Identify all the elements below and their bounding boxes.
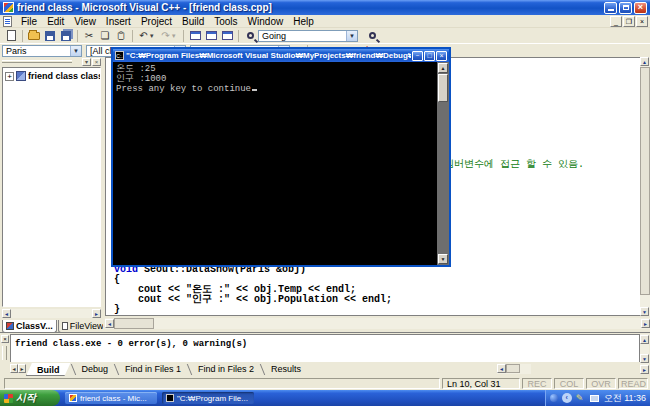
- redo-button[interactable]: ↷▼: [158, 29, 180, 43]
- find-combo[interactable]: Going ▼: [258, 30, 358, 42]
- open-button[interactable]: [26, 29, 42, 43]
- query-button[interactable]: [364, 29, 380, 43]
- output-hscroll-thumb[interactable]: [506, 364, 520, 373]
- chevron-down-icon[interactable]: ▼: [70, 46, 81, 56]
- output-hscrollbar[interactable]: ◄: [497, 364, 531, 374]
- indicator-read: READ: [618, 378, 648, 389]
- save-all-button[interactable]: [58, 29, 74, 43]
- tab-scroll-left-icon[interactable]: ◄: [10, 364, 18, 373]
- output-tabs: ◄ ► Build Debug Find in Files 1 Find in …: [10, 363, 307, 376]
- mdi-minimize-button[interactable]: _: [610, 16, 622, 27]
- close-button[interactable]: ×: [634, 2, 647, 14]
- vc-app-icon: [3, 2, 14, 13]
- taskbar-item-console-label: "C:₩Program File...: [177, 394, 248, 403]
- ime-indicator-icon[interactable]: [550, 394, 558, 402]
- menu-project[interactable]: Project: [136, 15, 177, 28]
- menu-file[interactable]: File: [16, 15, 42, 28]
- scroll-down-icon[interactable]: ▼: [438, 254, 448, 264]
- console-vscrollbar[interactable]: ▲ ▼: [437, 62, 449, 265]
- editor-vscrollbar[interactable]: ▲ ▼: [640, 57, 650, 316]
- status-message-panel: [4, 378, 440, 389]
- cut-button[interactable]: ✂: [81, 29, 97, 43]
- classview-tree[interactable]: + friend class classes: [2, 67, 101, 307]
- scroll-right-icon[interactable]: ►: [640, 365, 649, 374]
- tree-root-row[interactable]: + friend class classes: [5, 71, 100, 81]
- editor-hscrollbar[interactable]: ◄ ►: [105, 318, 650, 329]
- editor-hscroll-thumb[interactable]: [114, 318, 154, 329]
- ime-pen-icon[interactable]: ✎: [576, 393, 586, 403]
- console-close-button[interactable]: ×: [436, 51, 447, 61]
- scroll-left-icon[interactable]: ◄: [105, 319, 114, 328]
- taskbar: 시작 friend class - Mic... "C:₩Program Fil…: [0, 390, 650, 406]
- console-titlebar[interactable]: C:. "C:₩Program Files₩Microsoft Visual S…: [113, 49, 449, 62]
- mdi-restore-button[interactable]: ❐: [623, 16, 635, 27]
- menu-view[interactable]: View: [69, 15, 101, 28]
- console-line-2: 인구 :1000: [116, 74, 166, 84]
- undo-button[interactable]: ↶▼: [136, 29, 158, 43]
- system-tray: ‹ ✎ 오전 11:36: [545, 390, 650, 406]
- output-gripper[interactable]: [2, 346, 7, 360]
- panel-pin-button[interactable]: ▾: [82, 58, 91, 66]
- output-vscrollbar[interactable]: ▲ ▼ ►: [640, 334, 649, 374]
- undo-icon: ↶: [139, 30, 147, 42]
- menu-tools[interactable]: Tools: [209, 15, 242, 28]
- window-list-button[interactable]: [219, 29, 235, 43]
- chevron-down-icon[interactable]: ▼: [346, 31, 357, 41]
- class-combo[interactable]: Paris ▼: [2, 45, 82, 57]
- tab-build[interactable]: Build: [26, 363, 71, 376]
- scroll-down-icon[interactable]: ▼: [640, 307, 649, 316]
- scroll-right-icon[interactable]: ►: [92, 309, 101, 318]
- workspace-hscrollbar[interactable]: ◄ ►: [2, 309, 101, 318]
- scroll-up-icon[interactable]: ▲: [640, 57, 649, 66]
- desktop: friend class - Microsoft Visual C++ - [f…: [0, 0, 650, 406]
- main-titlebar[interactable]: friend class - Microsoft Visual C++ - [f…: [0, 0, 650, 15]
- tab-find-in-files-1[interactable]: Find in Files 1: [119, 363, 187, 376]
- classview-icon: [6, 322, 14, 330]
- find-in-files-button[interactable]: [242, 29, 258, 43]
- panel-close-button[interactable]: ×: [92, 58, 101, 66]
- taskbar-item-console[interactable]: "C:₩Program File...: [162, 392, 254, 404]
- console-vscroll-thumb[interactable]: [438, 74, 448, 102]
- scroll-right-icon[interactable]: ►: [641, 319, 650, 328]
- taskbar-item-vc[interactable]: friend class - Mic...: [65, 392, 157, 404]
- toolbar-separator: [132, 30, 133, 42]
- tray-monitor-icon[interactable]: [590, 395, 599, 402]
- workspace-window-icon: [190, 31, 201, 40]
- paste-button[interactable]: 📋︎: [113, 29, 129, 43]
- tab-find-in-files-2[interactable]: Find in Files 2: [192, 363, 260, 376]
- output-text-area[interactable]: friend class.exe - 0 error(s), 0 warning…: [10, 334, 640, 362]
- tab-scroll-right-icon[interactable]: ►: [18, 364, 26, 373]
- scroll-down-icon[interactable]: ▼: [640, 354, 649, 363]
- menu-window[interactable]: Window: [243, 15, 289, 28]
- console-maximize-button[interactable]: □: [424, 51, 435, 61]
- search-icon: [247, 32, 254, 39]
- scroll-left-icon[interactable]: ◄: [497, 364, 506, 373]
- mdi-close-button[interactable]: ×: [636, 16, 648, 27]
- editor-vscroll-thumb[interactable]: [640, 67, 650, 295]
- menu-insert[interactable]: Insert: [101, 15, 136, 28]
- workspace-view-button[interactable]: [187, 29, 203, 43]
- cut-icon: ✂: [85, 30, 93, 42]
- menu-edit[interactable]: Edit: [42, 15, 69, 28]
- new-file-button[interactable]: [3, 29, 19, 43]
- toolbar-separator: [183, 30, 184, 42]
- output-view-button[interactable]: [203, 29, 219, 43]
- minimize-button[interactable]: [604, 2, 617, 14]
- tab-results[interactable]: Results: [265, 363, 307, 376]
- menu-build[interactable]: Build: [177, 15, 209, 28]
- console-output[interactable]: 온도 :25 인구 :1000 Press any key to continu…: [113, 62, 437, 265]
- hide-icons-chevron-icon[interactable]: ‹: [562, 393, 572, 403]
- copy-button[interactable]: ❏: [97, 29, 113, 43]
- scroll-up-icon[interactable]: ▲: [438, 63, 448, 73]
- console-minimize-button[interactable]: －: [412, 51, 423, 61]
- restore-button[interactable]: [619, 2, 632, 14]
- menu-help[interactable]: Help: [288, 15, 319, 28]
- tab-debug[interactable]: Debug: [76, 363, 115, 376]
- save-button[interactable]: [42, 29, 58, 43]
- scroll-left-icon[interactable]: ◄: [2, 309, 11, 318]
- expand-plus-icon[interactable]: +: [5, 72, 14, 81]
- console-window[interactable]: C:. "C:₩Program Files₩Microsoft Visual S…: [111, 47, 451, 267]
- scroll-up-icon[interactable]: ▲: [640, 335, 649, 344]
- output-close-button[interactable]: ×: [1, 335, 9, 343]
- start-button[interactable]: 시작: [0, 390, 60, 406]
